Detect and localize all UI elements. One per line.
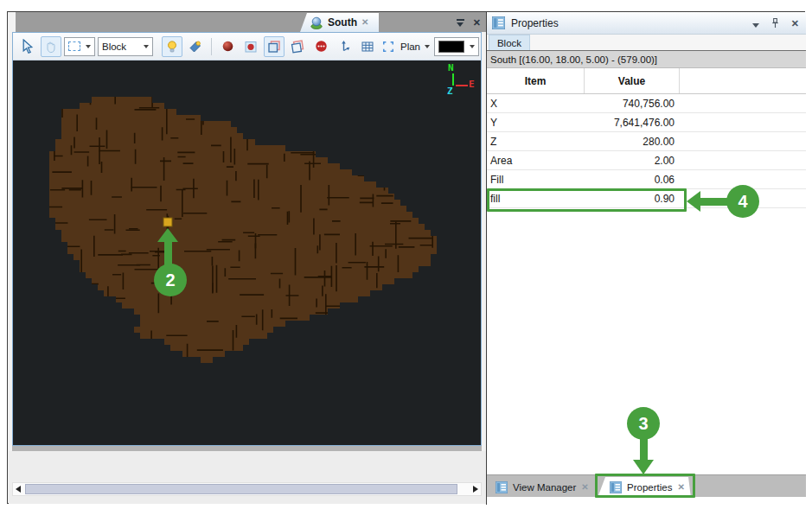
properties-titlebar: Properties ✕ — [487, 12, 806, 35]
tab-south-close-icon[interactable]: ✕ — [361, 18, 368, 27]
block-model-blob — [43, 97, 437, 363]
prop-item: X — [487, 98, 585, 110]
panel-close-icon[interactable]: ✕ — [791, 19, 799, 29]
grid-icon[interactable] — [357, 36, 378, 57]
tab-south-label: South — [328, 16, 357, 29]
callout-4-arrow-shaft — [700, 198, 727, 206]
dropdown-arrow-icon — [425, 45, 430, 48]
axis-east-label: E — [469, 80, 475, 89]
document-tabstrip: South ✕ ✕ — [16, 12, 486, 32]
prop-value: 740,756.00 — [585, 98, 680, 110]
pan-hand-icon[interactable] — [41, 36, 61, 57]
selection-rectangle-icon — [68, 41, 80, 51]
selection-mode-dropdown[interactable] — [64, 37, 95, 56]
viewport-3d[interactable]: N Z E — [13, 60, 481, 445]
axis-north-label: N — [448, 63, 454, 73]
axis-east-line — [456, 85, 468, 86]
view-manager-icon — [496, 481, 508, 493]
table-row[interactable]: X740,756.00 — [487, 94, 806, 113]
layer-type-value: Block — [102, 41, 126, 52]
pin-icon[interactable] — [770, 17, 780, 29]
scroll-right-icon[interactable] — [470, 484, 481, 494]
scrollbar-track[interactable] — [23, 484, 470, 494]
selected-block-marker[interactable] — [163, 218, 172, 226]
properties-grid-header: Item Value — [487, 68, 806, 94]
tab-block[interactable]: Block — [489, 35, 530, 50]
block-model-render — [13, 60, 481, 445]
axis-z-label: Z — [447, 86, 453, 96]
prop-item: Y — [487, 117, 585, 129]
callout-4-arrowhead-icon — [687, 191, 700, 212]
properties-subtabs: Block — [487, 35, 806, 51]
horizontal-scrollbar[interactable] — [12, 482, 482, 496]
color-swatch-black — [438, 41, 464, 53]
toolbar-separator — [211, 38, 212, 55]
column-header-item[interactable]: Item — [487, 68, 585, 93]
callout-3-badge: 3 — [627, 407, 660, 440]
window-close-icon[interactable]: ✕ — [473, 18, 481, 28]
layer-type-dropdown[interactable]: Block — [98, 37, 153, 56]
sphere-in-box-icon[interactable] — [240, 36, 261, 57]
callout-4-badge: 4 — [726, 185, 759, 218]
axis-north-line — [452, 73, 454, 86]
tab-view-manager-close-icon[interactable]: ✕ — [581, 483, 588, 492]
column-header-extra — [680, 68, 806, 93]
tab-view-manager-label: View Manager — [513, 482, 576, 493]
move-axes-icon[interactable] — [334, 36, 355, 57]
highlight-box-fill-row — [487, 188, 687, 212]
tab-south[interactable]: South ✕ — [289, 13, 379, 32]
dropdown-arrow-icon — [144, 45, 149, 48]
prop-value: 0.06 — [585, 174, 680, 186]
prop-value: 280.00 — [585, 136, 680, 148]
callout-2-badge: 2 — [154, 264, 187, 296]
callout-2-arrow-shaft — [164, 241, 172, 265]
visibility-bulb-icon[interactable] — [162, 36, 182, 57]
select-cursor-icon[interactable] — [17, 36, 38, 57]
properties-title: Properties — [511, 17, 559, 29]
background-color-dropdown[interactable] — [434, 37, 479, 56]
view-orientation-value: Plan — [400, 41, 420, 52]
application-window: South ✕ ✕ Block — [7, 11, 805, 504]
cube-outline-tilted-icon[interactable] — [287, 36, 308, 57]
callout-2-arrowhead-icon — [157, 228, 178, 242]
window-menu-icon[interactable] — [457, 17, 464, 28]
prop-value: 7,641,476.00 — [585, 117, 680, 129]
table-row[interactable]: Fill0.06 — [487, 170, 806, 189]
table-row[interactable]: Area2.00 — [487, 151, 806, 170]
highlight-box-properties-tab — [595, 474, 695, 498]
callout-3-arrowhead-icon — [633, 460, 654, 474]
display-tag-icon[interactable] — [185, 36, 206, 57]
view-window: Block — [12, 32, 482, 446]
dropdown-arrow-icon — [86, 45, 91, 48]
zoom-extents-icon[interactable] — [380, 36, 396, 57]
prop-item: Z — [487, 136, 585, 148]
tab-view-manager[interactable]: View Manager ✕ — [490, 477, 596, 498]
view-toolbar: Block — [13, 33, 481, 60]
properties-icon — [492, 16, 505, 29]
table-row[interactable]: Y7,641,476.00 — [487, 113, 806, 132]
view-orientation-dropdown[interactable]: Plan — [399, 41, 432, 52]
dropdown-arrow-icon — [470, 45, 475, 48]
cube-outline-icon[interactable] — [264, 36, 285, 57]
prop-item: Area — [487, 155, 585, 167]
prop-value: 2.00 — [585, 155, 680, 167]
panel-menu-icon[interactable] — [752, 23, 759, 28]
table-row[interactable]: Z280.00 — [487, 132, 806, 151]
axis-orientation-widget: N Z E — [444, 62, 480, 102]
more-dots-icon[interactable] — [310, 36, 331, 57]
prop-item: Fill — [487, 174, 585, 186]
scrollbar-thumb[interactable] — [25, 484, 457, 494]
column-header-value[interactable]: Value — [585, 68, 680, 93]
selection-header: South [(16.00, 18.00, 5.00) - (579.00)] — [487, 51, 806, 68]
view-icon — [310, 16, 323, 29]
sphere-icon[interactable] — [217, 36, 238, 57]
callout-3-arrow-shaft — [640, 439, 648, 461]
scroll-left-icon[interactable] — [13, 484, 23, 494]
